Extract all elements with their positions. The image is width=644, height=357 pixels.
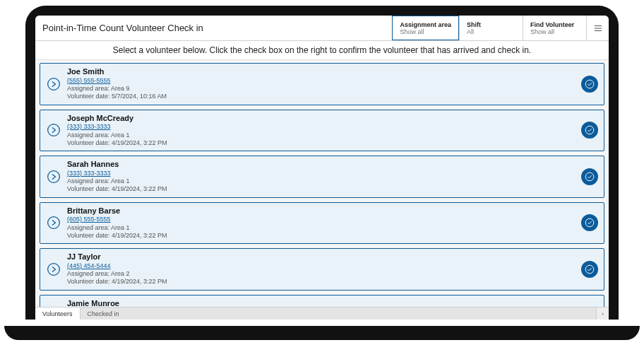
- filter-label: Assignment area: [400, 21, 451, 28]
- volunteer-phone[interactable]: (605) 555-5555: [67, 216, 581, 223]
- tab-volunteers[interactable]: Volunteers: [35, 308, 80, 320]
- volunteer-phone[interactable]: (333) 333-3333: [67, 170, 581, 177]
- volunteer-area: Assigned area: Area 9: [67, 85, 581, 93]
- volunteer-card[interactable]: Brittany Barse(605) 555-5555Assigned are…: [40, 202, 604, 245]
- svg-point-1: [585, 80, 594, 88]
- svg-point-6: [48, 217, 60, 229]
- volunteer-name: JJ Taylor: [67, 252, 581, 262]
- svg-point-2: [48, 124, 60, 136]
- volunteer-list: Joe Smith(555) 555-5555Assigned area: Ar…: [35, 60, 609, 307]
- volunteer-date: Volunteer date: 4/19/2024, 3:22 PM: [67, 278, 581, 286]
- volunteer-name: Joseph McCready: [67, 114, 581, 124]
- volunteer-area: Assigned area: Area 1: [67, 224, 581, 232]
- volunteer-phone[interactable]: (445) 454-5444: [67, 262, 581, 270]
- volunteer-name: Brittany Barse: [67, 206, 581, 216]
- filter-value: All: [467, 28, 515, 35]
- volunteer-date: Volunteer date: 4/19/2024, 3:22 PM: [67, 185, 581, 193]
- volunteer-name: Sarah Hannes: [67, 160, 581, 170]
- check-in-button[interactable]: [581, 76, 598, 93]
- open-arrow-icon[interactable]: [46, 122, 61, 138]
- volunteer-date: Volunteer date: 4/19/2024, 3:22 PM: [67, 232, 581, 240]
- tab-checked-in[interactable]: Checked in: [80, 308, 126, 320]
- open-arrow-icon[interactable]: [46, 169, 61, 185]
- volunteer-phone[interactable]: (555) 555-5555: [67, 77, 581, 85]
- check-in-button[interactable]: [581, 122, 598, 139]
- filter-find-volunteer[interactable]: Find Volunteer Show all: [523, 16, 586, 40]
- volunteer-card[interactable]: Sarah Hannes(333) 333-3333Assigned area:…: [40, 156, 604, 198]
- svg-point-4: [48, 170, 60, 182]
- svg-point-5: [585, 172, 594, 181]
- volunteer-phone[interactable]: (333) 333-3333: [67, 123, 581, 131]
- check-in-button[interactable]: [581, 214, 598, 231]
- instruction-text: Select a volunteer below. Click the chec…: [35, 41, 609, 60]
- filter-label: Shift: [467, 21, 515, 28]
- volunteer-info: Brittany Barse(605) 555-5555Assigned are…: [67, 206, 581, 240]
- filter-label: Find Volunteer: [530, 21, 579, 28]
- filter-assignment-area[interactable]: Assignment area Show all: [392, 16, 459, 40]
- volunteer-name: Jamie Munroe: [67, 299, 581, 308]
- menu-icon[interactable]: [586, 16, 609, 40]
- volunteer-date: Volunteer date: 4/19/2024, 3:22 PM: [67, 139, 581, 147]
- volunteer-name: Joe Smith: [67, 67, 581, 77]
- volunteer-info: JJ Taylor(445) 454-5444Assigned area: Ar…: [67, 252, 581, 286]
- volunteer-card[interactable]: Joseph McCready(333) 333-3333Assigned ar…: [40, 110, 604, 152]
- volunteer-info: Joseph McCready(333) 333-3333Assigned ar…: [67, 114, 581, 148]
- check-in-button[interactable]: [581, 261, 598, 278]
- filter-value: Show all: [400, 28, 451, 35]
- svg-point-3: [585, 126, 594, 134]
- volunteer-area: Assigned area: Area 1: [67, 177, 581, 185]
- check-in-button[interactable]: [581, 168, 598, 185]
- page-title: Point-in-Time Count Volunteer Check in: [35, 16, 392, 40]
- app-screen: Point-in-Time Count Volunteer Check in A…: [35, 16, 609, 320]
- volunteer-area: Assigned area: Area 2: [67, 270, 581, 278]
- volunteer-card[interactable]: Joe Smith(555) 555-5555Assigned area: Ar…: [40, 63, 604, 105]
- svg-point-7: [585, 218, 594, 227]
- svg-point-8: [48, 263, 60, 275]
- scroll-right-icon[interactable]: ›: [596, 308, 609, 320]
- open-arrow-icon[interactable]: [46, 76, 61, 92]
- volunteer-card[interactable]: Jamie Munroe(333) 333-3333Assigned area:…: [40, 295, 604, 308]
- volunteer-info: Sarah Hannes(333) 333-3333Assigned area:…: [67, 160, 581, 194]
- volunteer-info: Jamie Munroe(333) 333-3333Assigned area:…: [67, 299, 581, 308]
- filter-shift[interactable]: Shift All: [459, 16, 523, 40]
- open-arrow-icon[interactable]: [46, 262, 61, 277]
- bottom-tab-bar: Volunteers Checked in ›: [35, 307, 609, 320]
- svg-point-0: [48, 78, 60, 90]
- filter-value: Show all: [530, 28, 579, 35]
- laptop-frame: Point-in-Time Count Volunteer Check in A…: [25, 6, 619, 320]
- laptop-base: [4, 326, 640, 340]
- volunteer-area: Assigned area: Area 1: [67, 131, 581, 139]
- header-bar: Point-in-Time Count Volunteer Check in A…: [35, 16, 609, 41]
- volunteer-card[interactable]: JJ Taylor(445) 454-5444Assigned area: Ar…: [40, 248, 604, 291]
- open-arrow-icon[interactable]: [46, 215, 61, 230]
- svg-point-9: [585, 265, 594, 274]
- filter-group: Assignment area Show all Shift All Find …: [392, 16, 586, 40]
- volunteer-date: Volunteer date: 5/7/2024, 10:16 AM: [67, 93, 581, 100]
- volunteer-info: Joe Smith(555) 555-5555Assigned area: Ar…: [67, 67, 581, 101]
